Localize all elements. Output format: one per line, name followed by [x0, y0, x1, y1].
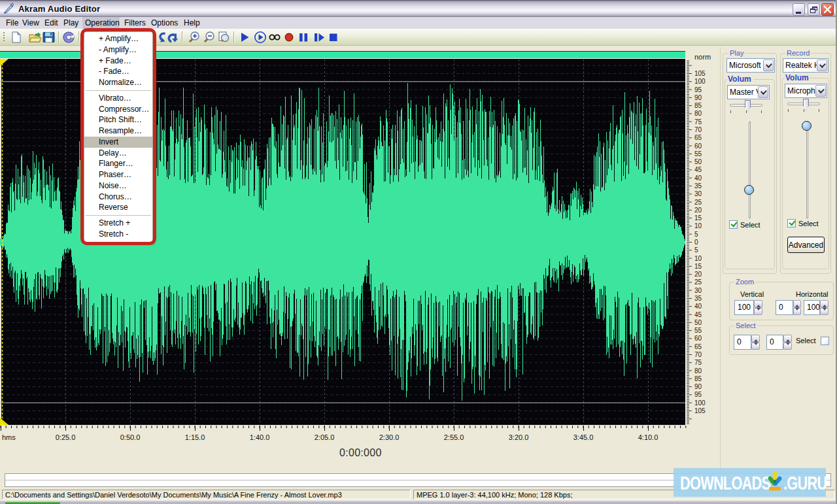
- svg-text:5: 5: [694, 231, 698, 238]
- svg-text:105: 105: [694, 70, 706, 77]
- svg-text:70: 70: [694, 351, 702, 358]
- svg-text:30: 30: [694, 190, 702, 197]
- svg-text:20: 20: [694, 271, 702, 278]
- svg-text:50: 50: [694, 319, 702, 326]
- svg-text:3:20.0: 3:20.0: [509, 433, 529, 441]
- svg-text:60: 60: [694, 335, 702, 342]
- svg-text:2:55.0: 2:55.0: [444, 433, 464, 441]
- svg-text:20: 20: [694, 207, 702, 214]
- svg-text:15: 15: [694, 263, 702, 270]
- svg-text:75: 75: [694, 118, 702, 126]
- svg-text:45: 45: [694, 166, 702, 173]
- svg-text:85: 85: [694, 375, 702, 382]
- svg-text:25: 25: [694, 199, 702, 206]
- svg-text:0: 0: [694, 239, 698, 246]
- svg-text:75: 75: [694, 359, 702, 366]
- svg-text:70: 70: [694, 126, 702, 133]
- svg-text:1:40.0: 1:40.0: [250, 433, 270, 441]
- svg-text:1:15.0: 1:15.0: [185, 433, 205, 441]
- svg-text:25: 25: [694, 278, 702, 286]
- svg-text:35: 35: [694, 295, 702, 302]
- svg-text:3:45.0: 3:45.0: [573, 433, 594, 441]
- svg-text:65: 65: [694, 343, 702, 350]
- svg-text:2:05.0: 2:05.0: [315, 433, 335, 441]
- svg-text:85: 85: [694, 102, 702, 109]
- svg-text:105: 105: [694, 407, 706, 414]
- svg-text:4:10.0: 4:10.0: [638, 433, 658, 441]
- svg-text:10: 10: [694, 255, 702, 262]
- svg-text:80: 80: [694, 110, 702, 117]
- svg-text:95: 95: [694, 86, 702, 93]
- svg-text:50: 50: [694, 158, 702, 165]
- svg-text:0:25.0: 0:25.0: [56, 433, 76, 441]
- svg-text:55: 55: [694, 327, 702, 334]
- svg-text:100: 100: [694, 399, 706, 407]
- svg-text:90: 90: [694, 383, 702, 390]
- svg-text:15: 15: [694, 214, 702, 222]
- svg-text:0:50.0: 0:50.0: [120, 433, 141, 441]
- svg-text:60: 60: [694, 143, 702, 150]
- svg-text:80: 80: [694, 367, 702, 375]
- svg-text:hms: hms: [2, 433, 16, 441]
- svg-text:2:30.0: 2:30.0: [379, 433, 400, 441]
- svg-text:40: 40: [694, 175, 702, 182]
- svg-text:95: 95: [694, 391, 702, 398]
- svg-text:100: 100: [694, 78, 706, 85]
- svg-text:norm: norm: [694, 53, 711, 61]
- svg-text:10: 10: [694, 222, 702, 229]
- svg-text:45: 45: [694, 311, 702, 318]
- svg-text:5: 5: [694, 246, 698, 254]
- svg-text:90: 90: [694, 94, 702, 101]
- svg-text:35: 35: [694, 182, 702, 190]
- svg-text:65: 65: [694, 134, 702, 141]
- svg-text:40: 40: [694, 303, 702, 310]
- svg-text:55: 55: [694, 150, 702, 158]
- svg-text:30: 30: [694, 287, 702, 294]
